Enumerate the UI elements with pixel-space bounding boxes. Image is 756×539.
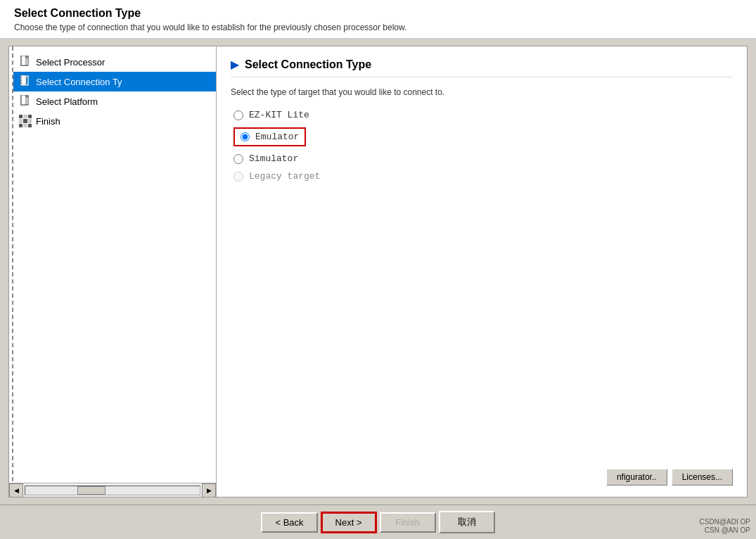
top-header: Select Connection Type Choose the type o…	[0, 0, 756, 39]
svg-rect-4	[20, 60, 22, 61]
svg-rect-15	[20, 96, 22, 98]
scroll-left-button[interactable]: ◀	[9, 483, 23, 497]
svg-rect-17	[20, 102, 22, 103]
bottom-navigation: < Back Next > Finish 取消 CSDN@ADI OP CSN …	[0, 505, 756, 539]
emulator-highlight-box: Emulator	[233, 127, 306, 146]
panel-spacer	[231, 182, 733, 460]
svg-rect-5	[20, 63, 22, 64]
sidebar-item-finish[interactable]: Finish	[13, 111, 216, 131]
panel-description: Select the type of target that you would…	[231, 86, 733, 99]
sidebar-label-processor: Select Processor	[36, 57, 105, 68]
svg-rect-9	[20, 77, 22, 78]
svg-rect-1	[21, 56, 26, 65]
back-button[interactable]: < Back	[261, 512, 317, 533]
radio-item-simulator[interactable]: Simulator	[233, 153, 733, 164]
radio-item-legacy[interactable]: Legacy target	[233, 171, 733, 182]
radio-group: EZ-KIT Lite Emulator Simulator Legacy ta…	[231, 110, 733, 182]
page-description: Choose the type of connection that you w…	[14, 23, 742, 32]
sidebar-scroll: ◀ ▶	[9, 483, 216, 497]
cancel-button[interactable]: 取消	[439, 511, 495, 533]
scroll-thumb[interactable]	[77, 486, 105, 495]
radio-label-ezkit: EZ-KIT Lite	[249, 110, 309, 120]
radio-simulator[interactable]	[233, 154, 243, 164]
next-button[interactable]: Next >	[321, 512, 377, 533]
sidebar-dashed-line	[12, 46, 13, 481]
svg-rect-7	[21, 75, 26, 85]
sidebar-item-select-processor[interactable]: Select Processor	[13, 52, 216, 72]
sidebar-label-connection: Select Connection Ty	[36, 77, 122, 87]
sidebar-label-finish: Finish	[36, 116, 60, 127]
content-panel: ▶ Select Connection Type Select the type…	[217, 46, 747, 497]
finish-icon	[19, 115, 32, 127]
doc-icon-connection	[19, 75, 32, 88]
svg-rect-13	[21, 95, 26, 105]
sidebar-item-select-platform[interactable]: Select Platform	[13, 91, 216, 111]
svg-rect-3	[20, 57, 22, 58]
radio-label-legacy: Legacy target	[249, 171, 320, 182]
scroll-track	[25, 486, 200, 495]
sidebar-label-platform: Select Platform	[36, 96, 98, 107]
finish-button[interactable]: Finish	[380, 512, 436, 533]
panel-title-text: Select Connection Type	[245, 58, 371, 71]
page-title: Select Connection Type	[14, 7, 742, 20]
radio-label-simulator: Simulator	[249, 153, 298, 164]
sidebar: Select Processor Select Connectio	[9, 46, 217, 497]
doc-icon-processor	[19, 56, 32, 68]
svg-rect-11	[20, 82, 22, 84]
panel-title-row: ▶ Select Connection Type	[231, 58, 733, 77]
radio-ezkit[interactable]	[233, 110, 243, 120]
svg-rect-16	[20, 99, 22, 101]
wizard-panel: Select Processor Select Connectio	[8, 46, 748, 497]
doc-icon-platform	[19, 95, 32, 108]
main-content: Select Processor Select Connectio	[0, 39, 756, 505]
licenses-button[interactable]: Licenses...	[672, 469, 733, 486]
sidebar-item-select-connection[interactable]: Select Connection Ty	[13, 72, 216, 91]
bottom-buttons: < Back Next > Finish 取消	[261, 511, 494, 533]
configurator-button[interactable]: nfigurator..	[606, 469, 667, 486]
svg-rect-10	[20, 80, 22, 81]
sidebar-items-wrap: Select Processor Select Connectio	[9, 52, 216, 131]
panel-title-icon: ▶	[231, 58, 239, 71]
panel-buttons: nfigurator.. Licenses...	[231, 469, 733, 486]
corner-label: CSDN@ADI OP CSN @AN OP	[700, 518, 750, 535]
radio-emulator[interactable]	[241, 132, 250, 141]
radio-label-emulator: Emulator	[255, 132, 299, 142]
radio-legacy[interactable]	[233, 172, 243, 182]
radio-item-ezkit[interactable]: EZ-KIT Lite	[233, 110, 733, 120]
scroll-right-button[interactable]: ▶	[202, 483, 216, 497]
